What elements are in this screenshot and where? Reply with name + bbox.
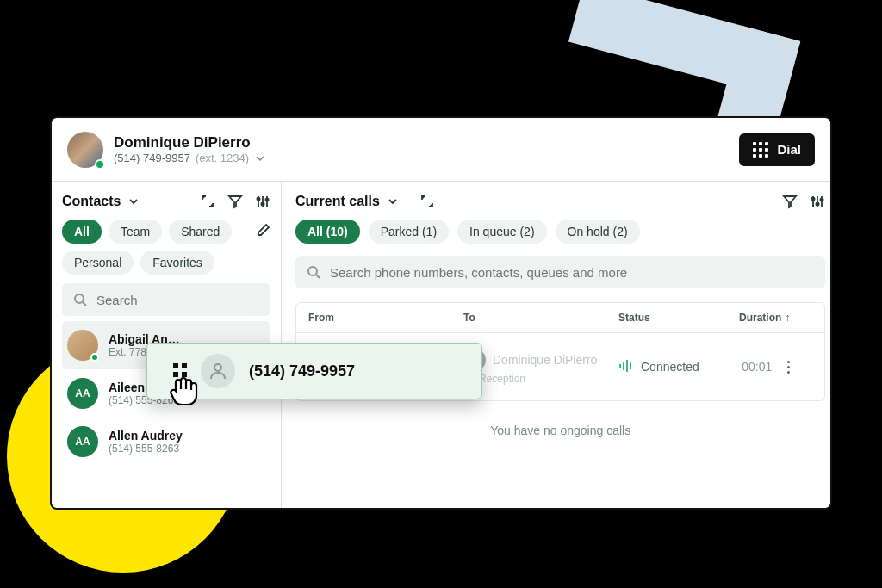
chevron-down-icon bbox=[256, 154, 264, 163]
contact-item[interactable]: AA Allen Audrey (514) 555-8263 bbox=[62, 418, 270, 466]
connected-bars-icon bbox=[618, 358, 634, 376]
svg-point-4 bbox=[812, 197, 815, 200]
current-user-ext: (ext. 1234) bbox=[196, 152, 249, 164]
calls-title-dropdown[interactable]: Current calls bbox=[295, 194, 397, 209]
row-menu-icon[interactable] bbox=[787, 361, 790, 374]
svg-rect-12 bbox=[630, 362, 631, 369]
contacts-title-dropdown[interactable]: Contacts bbox=[62, 194, 138, 209]
expand-icon[interactable] bbox=[200, 194, 215, 209]
contacts-search-input[interactable] bbox=[96, 293, 260, 307]
calls-search[interactable] bbox=[295, 256, 825, 288]
current-user-block: Dominique DiPierro (514) 749-9957 (ext. … bbox=[114, 134, 739, 164]
status-label: Connected bbox=[641, 360, 699, 374]
contacts-chip-favorites[interactable]: Favorites bbox=[140, 251, 214, 275]
filter-icon[interactable] bbox=[782, 194, 798, 209]
callee-sub: Reception bbox=[479, 373, 525, 385]
contact-name: Allen Audrey bbox=[109, 429, 183, 443]
empty-state-message: You have no ongoing calls bbox=[295, 401, 825, 446]
expand-icon[interactable] bbox=[419, 194, 435, 209]
current-user-phone: (514) 749-9957 bbox=[114, 152, 190, 164]
app-window: Dominique DiPierro (514) 749-9957 (ext. … bbox=[50, 116, 832, 510]
col-from[interactable]: From bbox=[308, 312, 463, 324]
col-status[interactable]: Status bbox=[618, 312, 739, 324]
contact-avatar bbox=[67, 330, 98, 361]
window-header: Dominique DiPierro (514) 749-9957 (ext. … bbox=[52, 118, 830, 182]
calls-chip-onhold[interactable]: On hold (2) bbox=[556, 220, 640, 244]
col-to[interactable]: To bbox=[463, 312, 618, 324]
contacts-chip-all[interactable]: All bbox=[62, 220, 102, 244]
chevron-down-icon bbox=[129, 197, 138, 206]
chevron-down-icon bbox=[388, 197, 397, 206]
svg-point-2 bbox=[265, 198, 268, 201]
search-icon bbox=[72, 292, 88, 307]
svg-point-13 bbox=[214, 364, 221, 371]
current-user-avatar[interactable] bbox=[67, 132, 103, 168]
current-user-phone-row[interactable]: (514) 749-9957 (ext. 1234) bbox=[114, 152, 739, 164]
popover-number: (514) 749-9957 bbox=[249, 362, 355, 381]
current-user-name: Dominique DiPierro bbox=[114, 134, 739, 152]
svg-point-0 bbox=[257, 197, 259, 200]
dialpad-icon bbox=[753, 142, 768, 158]
svg-point-6 bbox=[821, 198, 823, 201]
filter-icon[interactable] bbox=[227, 194, 243, 209]
presence-indicator bbox=[90, 353, 99, 362]
contacts-search[interactable] bbox=[62, 283, 270, 316]
contacts-chip-shared[interactable]: Shared bbox=[169, 220, 232, 244]
drag-cursor-icon bbox=[168, 363, 206, 405]
sort-ascending-icon: ↑ bbox=[785, 312, 790, 324]
contacts-chip-team[interactable]: Team bbox=[109, 220, 162, 244]
calls-chip-all[interactable]: All (10) bbox=[295, 220, 360, 244]
calls-search-input[interactable] bbox=[330, 265, 815, 280]
svg-rect-11 bbox=[626, 360, 628, 372]
settings-sliders-icon[interactable] bbox=[810, 194, 825, 209]
presence-indicator bbox=[95, 159, 105, 170]
svg-point-3 bbox=[75, 294, 84, 303]
duration-value: 00:01 bbox=[742, 360, 772, 374]
svg-rect-9 bbox=[619, 364, 621, 368]
contact-avatar: AA bbox=[67, 378, 98, 409]
calls-chip-parked[interactable]: Parked (1) bbox=[369, 220, 449, 244]
contact-sub: (514) 555-8263 bbox=[109, 443, 183, 455]
svg-point-5 bbox=[817, 202, 819, 205]
col-duration[interactable]: Duration↑ bbox=[739, 312, 812, 324]
svg-point-1 bbox=[261, 202, 264, 205]
calls-table-header: From To Status Duration↑ bbox=[295, 302, 825, 333]
callee-name: Dominique DiPierro bbox=[493, 353, 597, 367]
settings-sliders-icon[interactable] bbox=[255, 194, 270, 209]
contact-avatar: AA bbox=[67, 426, 98, 457]
contacts-chip-personal[interactable]: Personal bbox=[62, 251, 134, 275]
search-icon bbox=[306, 264, 321, 280]
svg-point-7 bbox=[308, 267, 317, 275]
edit-chips-icon[interactable] bbox=[257, 223, 270, 240]
dial-label: Dial bbox=[777, 142, 801, 157]
calls-chip-inqueue[interactable]: In queue (2) bbox=[457, 220, 547, 244]
person-icon bbox=[201, 354, 235, 388]
dial-button[interactable]: Dial bbox=[739, 133, 815, 166]
svg-rect-10 bbox=[623, 362, 624, 370]
